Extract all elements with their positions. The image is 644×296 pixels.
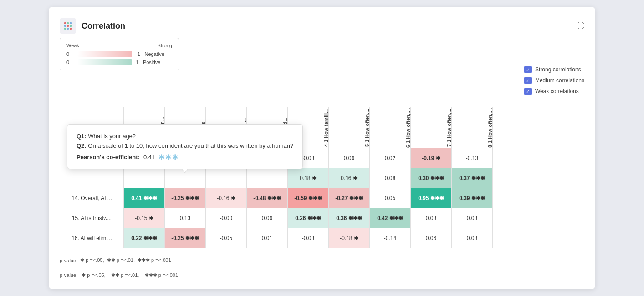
cell-r2-c4: -0.59 ✱✱✱ [288, 188, 329, 208]
cell-r0-c8: -0.13 [452, 148, 493, 168]
cell-r4-c4: -0.03 [288, 228, 329, 248]
right-legend: ✓ Strong correlations ✓ Medium correlati… [524, 66, 584, 95]
cell-r4-c3: 0.01 [247, 228, 288, 248]
cell-r4-c6: -0.14 [370, 228, 411, 248]
pvalue-item-2: ✱✱ p =<.01, [107, 257, 135, 263]
correlation-card: Correlation ⛶ Weak Strong 0 -1 - Negativ… [49, 7, 595, 289]
cell-r1-c6: 0.08 [370, 168, 411, 188]
legend-positive-gradient [77, 59, 132, 65]
cell-r4-c7: 0.06 [411, 228, 452, 248]
svg-rect-5 [70, 25, 72, 27]
checkbox-weak[interactable]: ✓ [524, 88, 532, 95]
cell-r3-c3: 0.06 [247, 208, 288, 228]
svg-rect-4 [67, 25, 69, 27]
cell-r0-c5: 0.06 [329, 148, 370, 168]
legend-zero-neg: 0 [66, 51, 74, 57]
cell-r4-c1: -0.25 ✱✱✱ [165, 228, 206, 248]
svg-rect-1 [67, 22, 69, 24]
cell-r0-c6: 0.02 [370, 148, 411, 168]
cell-r1-c2 [206, 168, 247, 188]
cell-r3-c2: -0.00 [206, 208, 247, 228]
tooltip-q2: Q2: On a scale of 1 to 10, how confident… [77, 141, 293, 151]
tooltip-q1: Q1: What is your age? [77, 132, 293, 141]
cell-r2-c2: -0.16 ✱ [206, 188, 247, 208]
legend-header: Weak Strong [66, 43, 172, 48]
table-row-2: 14. Overall, AI ...0.41 ✱✱✱-0.25 ✱✱✱-0.1… [60, 188, 493, 208]
legend-positive-label: 1 - Positive [136, 60, 172, 65]
cell-r3-c7: 0.08 [411, 208, 452, 228]
pvalue-label: p-value: [60, 258, 77, 263]
pvalue-item-1: ✱ p =<.05, [80, 257, 104, 263]
cell-r2-c6: 0.05 [370, 188, 411, 208]
table-row-3: 15. AI is trustw...-0.15 ✱0.13-0.000.060… [60, 208, 493, 228]
cell-r1-c7: 0.30 ✱✱✱ [411, 168, 452, 188]
tooltip-coef: Pearson's co-efficient: 0.41 ✱✱✱ [77, 153, 293, 161]
expand-button[interactable]: ⛶ [577, 22, 584, 30]
svg-rect-0 [64, 22, 66, 24]
cell-r4-c2: -0.05 [206, 228, 247, 248]
tooltip-stars: ✱✱✱ [158, 153, 179, 161]
legend-item-strong[interactable]: ✓ Strong correlations [524, 66, 584, 73]
cell-r2-c1: -0.25 ✱✱✱ [165, 188, 206, 208]
pvalue-footer: p-value: ✱ p =<.05, ✱✱ p =<.01, ✱✱✱ p =<… [60, 257, 584, 263]
cell-r0-c7: -0.19 ✱ [411, 148, 452, 168]
card-title: Correlation [82, 21, 125, 31]
legend-weak-label: Weak [66, 43, 79, 48]
cell-r3-c6: 0.42 ✱✱✱ [370, 208, 411, 228]
cell-r3-c0: -0.15 ✱ [124, 208, 165, 228]
cell-r4-c0: 0.22 ✱✱✱ [124, 228, 165, 248]
checkbox-medium[interactable]: ✓ [524, 77, 532, 84]
cell-r3-c1: 0.13 [165, 208, 206, 228]
cell-r1-c3 [247, 168, 288, 188]
col-header-7: 7-1 How often,... [411, 107, 452, 148]
table-row-4: 16. AI will elimi...0.22 ✱✱✱-0.25 ✱✱✱-0.… [60, 228, 493, 248]
svg-rect-6 [64, 28, 66, 30]
col-header-5: 5-1 How often.... [329, 107, 370, 148]
col-header-6: 6-1 How often,.... [370, 107, 411, 148]
tooltip-arrow-inner [182, 168, 188, 172]
card-header: Correlation ⛶ [60, 18, 584, 34]
cell-r2-c5: -0.27 ✱✱✱ [329, 188, 370, 208]
cell-r1-c4: 0.18 ✱ [288, 168, 329, 188]
col-header-8: 8-1 How often,.... [452, 107, 493, 148]
row-label-3: 15. AI is trustw... [60, 208, 124, 228]
cell-r1-c0 [124, 168, 165, 188]
svg-rect-8 [70, 28, 72, 30]
svg-rect-7 [67, 28, 69, 30]
legend-zero-pos: 0 [66, 60, 74, 65]
row-label-1 [60, 168, 124, 188]
cell-r1-c5: 0.16 ✱ [329, 168, 370, 188]
pvalue-footer: p-value: ✱ p =<.05, ✱✱ p =<.01, ✱✱✱ p =<… [60, 272, 584, 278]
legend-item-medium[interactable]: ✓ Medium correlations [524, 77, 584, 84]
legend-strong-label: Strong [158, 43, 172, 48]
cell-r4-c8: 0.08 [452, 228, 493, 248]
tooltip: Q1: What is your age? Q2: On a scale of … [67, 124, 303, 169]
svg-rect-3 [64, 25, 66, 27]
legend-strong-text: Strong correlations [535, 66, 581, 73]
cell-r3-c8: 0.03 [452, 208, 493, 228]
cell-r2-c7: 0.95 ✱✱✱ [411, 188, 452, 208]
cell-r1-c8: 0.37 ✱✱✱ [452, 168, 493, 188]
cell-r3-c5: 0.36 ✱✱✱ [329, 208, 370, 228]
cell-r2-c0: 0.41 ✱✱✱ [124, 188, 165, 208]
pvalue-item-3: ✱✱✱ p =<.001 [138, 257, 171, 263]
cell-r2-c3: -0.48 ✱✱✱ [247, 188, 288, 208]
legend-box: Weak Strong 0 -1 - Negative 0 1 - Positi… [60, 38, 179, 70]
cell-r3-c4: 0.26 ✱✱✱ [288, 208, 329, 228]
legend-positive-row: 0 1 - Positive [66, 59, 172, 65]
legend-weak-text: Weak correlations [535, 88, 579, 95]
cell-r2-c8: 0.39 ✱✱✱ [452, 188, 493, 208]
legend-negative-label: -1 - Negative [136, 51, 172, 57]
checkbox-strong[interactable]: ✓ [524, 66, 532, 73]
cell-r4-c5: -0.18 ✱ [329, 228, 370, 248]
legend-item-weak[interactable]: ✓ Weak correlations [524, 88, 584, 95]
legend-negative-row: 0 -1 - Negative [66, 51, 172, 57]
card-icon [60, 18, 76, 34]
table-row-1: 0.18 ✱0.16 ✱0.080.30 ✱✱✱0.37 ✱✱✱ [60, 168, 493, 188]
row-label-2: 14. Overall, AI ... [60, 188, 124, 208]
svg-rect-2 [70, 22, 72, 24]
legend-negative-gradient [77, 51, 132, 57]
title-group: Correlation [60, 18, 125, 34]
legend-medium-text: Medium correlations [535, 77, 584, 84]
row-label-4: 16. AI will elimi... [60, 228, 124, 248]
